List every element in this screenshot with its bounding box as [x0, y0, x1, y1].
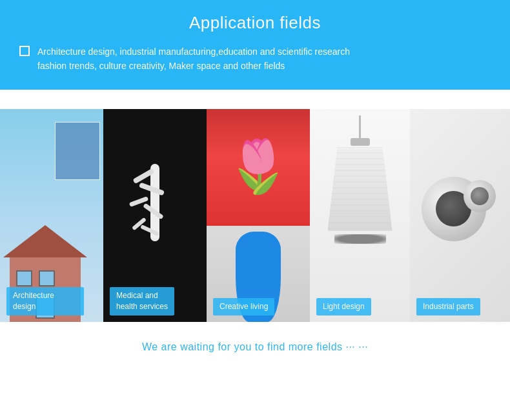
- light-label: Light design: [316, 298, 371, 315]
- header-description: Architecture design, industrial manufact…: [37, 45, 350, 74]
- small-pipe-inner: [471, 187, 489, 205]
- window-right: [39, 270, 55, 286]
- footer-text: We are waiting for you to find more fiel…: [13, 341, 497, 353]
- industrial-image: [410, 109, 510, 322]
- industrial-label: Industrial parts: [416, 298, 480, 315]
- light-image: [310, 109, 410, 322]
- lamp-cord: [359, 115, 361, 138]
- creative-label: Creative living: [213, 298, 274, 315]
- window-left: [16, 270, 32, 286]
- lamp-shadow: [334, 234, 386, 244]
- lamp-shade: [328, 147, 393, 231]
- small-pipe: [464, 180, 496, 212]
- medical-label: Medical andhealth services: [110, 287, 174, 315]
- architecture-label: Architecture design: [6, 287, 84, 315]
- image-creative[interactable]: 🌷 Creative living: [207, 109, 310, 322]
- flower-emoji: 🌷: [226, 141, 291, 192]
- images-row: Architecture design Medical andhealth se…: [0, 109, 510, 322]
- footer-section: We are waiting for you to find more fiel…: [0, 322, 510, 372]
- image-industrial[interactable]: Industrial parts: [410, 109, 510, 322]
- page-title: Application fields: [19, 13, 491, 33]
- checkbox-icon: [19, 46, 30, 56]
- pipe-assembly: [422, 177, 499, 254]
- creative-image: 🌷: [207, 109, 310, 322]
- header-section: Application fields Architecture design, …: [0, 0, 510, 90]
- header-text-line1: Architecture design, industrial manufact…: [37, 46, 350, 57]
- header-text-line2: fashion trends, culture creativity, Make…: [37, 61, 285, 71]
- image-medical[interactable]: Medical andhealth services: [103, 109, 207, 322]
- header-body: Architecture design, industrial manufact…: [19, 45, 491, 74]
- medical-model: [126, 151, 184, 280]
- section-divider: [0, 90, 510, 109]
- lamp-cap: [351, 138, 370, 146]
- blueprint-shape: [55, 122, 100, 180]
- roof-shape: [3, 225, 87, 257]
- image-architecture[interactable]: Architecture design: [0, 109, 103, 322]
- image-light[interactable]: Light design: [310, 109, 410, 322]
